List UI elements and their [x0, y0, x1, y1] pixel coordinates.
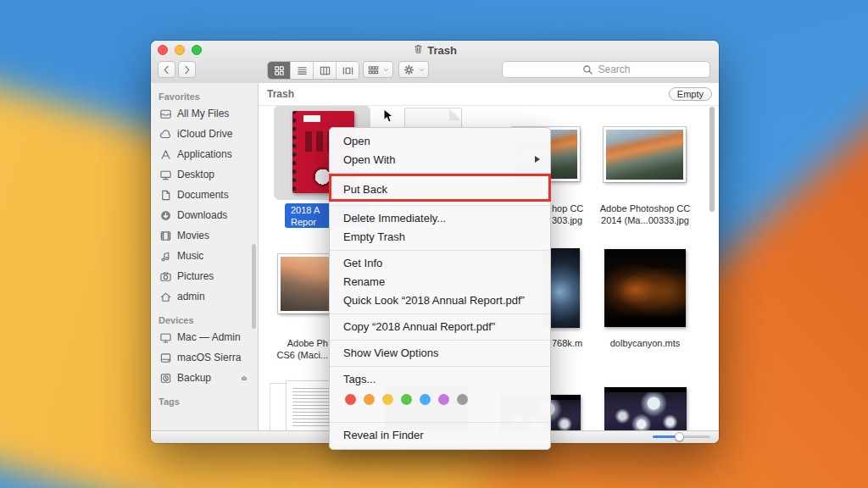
- menu-item-label: Delete Immediately...: [343, 212, 446, 225]
- tag-color-dot[interactable]: [364, 394, 375, 405]
- gear-icon: [403, 64, 415, 76]
- sidebar-item-label: Downloads: [177, 209, 227, 221]
- eject-icon[interactable]: [236, 373, 251, 383]
- search-input[interactable]: Search: [502, 61, 710, 78]
- file-icon-photoshop-cs6[interactable]: [278, 254, 332, 313]
- menu-item-quick-look-2018-annual-report-pdf[interactable]: Quick Look “2018 Annual Report.pdf”: [330, 291, 550, 310]
- menu-item-get-info[interactable]: Get Info: [330, 254, 550, 273]
- sidebar-item-admin[interactable]: admin: [151, 286, 258, 307]
- sidebar-item-label: Mac — Admin: [177, 331, 241, 343]
- submenu-arrow-icon: [535, 156, 540, 163]
- file-label-dolbycanyon[interactable]: dolbycanyon.mts: [596, 337, 694, 349]
- sidebar-section-header: Tags: [159, 396, 258, 407]
- chevron-right-icon: [181, 64, 193, 76]
- file-icon-photoshop-2014[interactable]: [604, 127, 686, 182]
- menu-item-label: Rename: [343, 275, 385, 288]
- menu-item-copy-2018-annual-report-pdf[interactable]: Copy “2018 Annual Report.pdf”: [330, 318, 550, 336]
- forward-button[interactable]: [178, 61, 196, 78]
- home-icon: [159, 291, 173, 303]
- file-label-photoshop-2014[interactable]: Adobe Photoshop CC 2014 (Ma...00333.jpg: [593, 202, 697, 226]
- tag-color-dot[interactable]: [382, 394, 393, 405]
- tag-color-dot[interactable]: [345, 394, 356, 405]
- menu-item-open[interactable]: Open: [330, 132, 550, 151]
- menu-item-label: Show View Options: [343, 347, 439, 359]
- sidebar-item-all-my-files[interactable]: All My Files: [151, 103, 258, 124]
- slider-knob[interactable]: [675, 432, 684, 441]
- documents-icon: [159, 189, 173, 202]
- titlebar[interactable]: Trash: [151, 41, 719, 59]
- menu-item-rename[interactable]: Rename: [330, 273, 550, 291]
- sidebar-item-mac-admin[interactable]: Mac — Admin: [151, 327, 258, 347]
- menu-item-label: Get Info: [343, 257, 382, 269]
- sidebar-item-label: macOS Sierra: [177, 352, 241, 363]
- menu-item-show-view-options[interactable]: Show View Options: [330, 344, 550, 363]
- menu-item-delete-immediately[interactable]: Delete Immediately...: [330, 209, 550, 228]
- view-segment-view-coverflow[interactable]: [336, 62, 359, 79]
- sidebar-item-music[interactable]: Music: [151, 246, 258, 266]
- movies-icon: [159, 230, 173, 242]
- tag-color-dot[interactable]: [457, 394, 468, 405]
- menu-item-tags[interactable]: Tags...: [330, 370, 550, 389]
- applications-icon: [159, 148, 173, 161]
- sidebar-scrollbar[interactable]: [252, 244, 256, 329]
- sidebar-item-applications[interactable]: Applications: [151, 144, 258, 164]
- tag-color-dot[interactable]: [438, 394, 449, 405]
- sidebar-section-header: Devices: [159, 315, 258, 325]
- sidebar-item-movies[interactable]: Movies: [151, 225, 258, 246]
- view-segment-view-columns[interactable]: [313, 62, 336, 79]
- sidebar-item-label: Desktop: [177, 169, 214, 180]
- menu-separator: [330, 340, 550, 341]
- sidebar-item-label: admin: [177, 291, 205, 302]
- file-icon-jellyfish-video-2[interactable]: [604, 387, 687, 431]
- menu-item-reveal-in-finder[interactable]: Reveal in Finder: [330, 426, 550, 445]
- sidebar-item-pictures[interactable]: Pictures: [151, 266, 258, 286]
- file-label-photoshop-303[interactable]: hop CC: [552, 202, 583, 214]
- sidebar-item-label: All My Files: [177, 108, 229, 119]
- menu-item-open-with[interactable]: Open With: [330, 151, 550, 169]
- menu-separator: [330, 366, 550, 367]
- sidebar-item-macos-sierra[interactable]: macOS Sierra: [151, 347, 258, 368]
- sidebar: FavoritesAll My FilesiCloud DriveApplica…: [151, 83, 259, 431]
- view-segment-view-list[interactable]: [290, 62, 313, 79]
- file-label-photoshop-cs6[interactable]: Adobe Ph CS6 (Maci...: [259, 337, 328, 361]
- file-label-768k-video[interactable]: 768k.m: [552, 337, 582, 349]
- sidebar-item-label: Music: [177, 250, 203, 262]
- backup-disk-icon: [159, 372, 173, 385]
- file-icon-dolbycanyon[interactable]: [604, 249, 686, 327]
- icon-size-slider[interactable]: [653, 435, 710, 438]
- search-placeholder: Search: [598, 64, 630, 75]
- search-icon: [581, 64, 594, 76]
- sidebar-item-label: iCloud Drive: [177, 128, 232, 140]
- window-chrome: Trash Search: [151, 41, 719, 84]
- sidebar-item-desktop[interactable]: Desktop: [151, 164, 258, 185]
- arrange-button[interactable]: [363, 61, 393, 78]
- mac-icon: [159, 331, 173, 344]
- file-label-photoshop-303[interactable]: 303.jpg: [552, 214, 582, 226]
- tag-color-dot[interactable]: [420, 394, 431, 405]
- tag-color-dot[interactable]: [401, 394, 412, 405]
- sidebar-item-documents[interactable]: Documents: [151, 185, 258, 205]
- action-menu-button[interactable]: [398, 61, 429, 78]
- context-menu: OpenOpen WithPut BackDelete Immediately.…: [329, 127, 551, 450]
- location-bar: Trash Empty: [259, 83, 719, 106]
- menu-item-label: Open: [343, 135, 370, 147]
- chevron-left-icon: [160, 64, 173, 76]
- icloud-drive-icon: [159, 128, 173, 141]
- sidebar-item-icloud-drive[interactable]: iCloud Drive: [151, 124, 258, 144]
- sidebar-item-downloads[interactable]: Downloads: [151, 205, 258, 225]
- content-scrollbar[interactable]: [709, 107, 715, 212]
- sidebar-item-backup[interactable]: Backup: [151, 368, 258, 388]
- menu-item-label: Put Back: [343, 183, 387, 196]
- back-button[interactable]: [158, 61, 175, 78]
- chevron-down-icon: [382, 66, 390, 74]
- music-icon: [159, 250, 173, 263]
- empty-trash-button[interactable]: Empty: [669, 87, 712, 101]
- view-segment-views-icon[interactable]: [268, 62, 290, 79]
- menu-separator: [330, 205, 550, 206]
- menu-item-empty-trash[interactable]: Empty Trash: [330, 228, 550, 247]
- menu-item-label: Quick Look “2018 Annual Report.pdf”: [343, 294, 525, 307]
- sidebar-item-label: Documents: [177, 189, 229, 201]
- menu-separator: [330, 173, 550, 174]
- menu-item-label: Empty Trash: [343, 230, 405, 243]
- menu-item-put-back[interactable]: Put Back: [330, 177, 550, 202]
